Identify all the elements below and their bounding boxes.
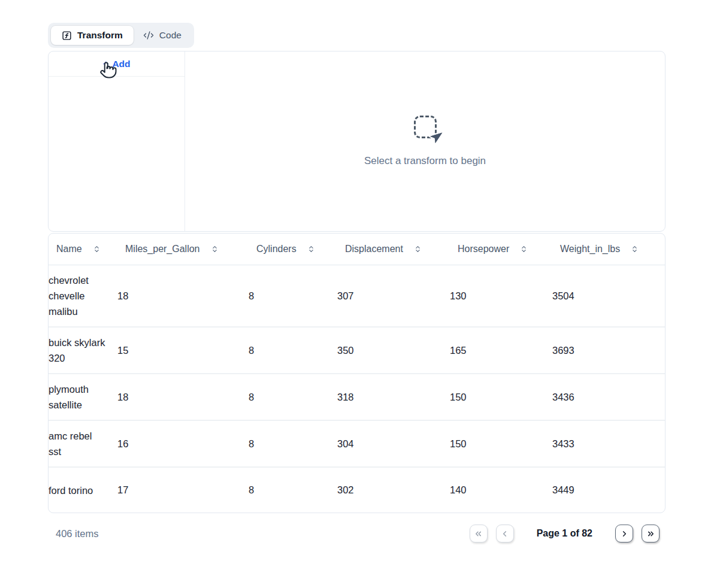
cell-weight-in-lbs: 3449 [552,484,665,496]
main-content: Transform Code + Add [48,23,666,545]
table-footer: 406 items Page 1 of 82 [48,522,666,545]
table-row[interactable]: chevrolet chevelle malibu 18 8 307 130 3… [49,265,665,328]
table-header-row: Name Miles_per_Gallon Cylinders Displace… [49,234,665,265]
cell-miles-per-gallon: 17 [117,484,249,496]
tab-transform[interactable]: Transform [51,26,134,45]
function-square-icon [62,31,72,41]
cell-name: buick skylark 320 [49,335,117,366]
table-row[interactable]: plymouth satellite 18 8 318 150 3436 [49,374,665,421]
cell-miles-per-gallon: 18 [117,290,249,302]
cell-horsepower: 150 [450,438,552,450]
cell-displacement: 307 [337,290,450,302]
cell-horsepower: 140 [450,484,552,496]
cell-cylinders: 8 [249,392,337,403]
table-row[interactable]: amc rebel sst 16 8 304 150 3433 [49,421,665,468]
cell-displacement: 318 [337,392,450,403]
cell-displacement: 304 [337,438,450,450]
cell-name: ford torino [49,483,117,498]
chevron-right-icon [620,529,629,538]
column-header-cylinders[interactable]: Cylinders [256,244,345,254]
first-page-button[interactable] [470,525,488,542]
column-label: Cylinders [256,244,297,254]
cell-weight-in-lbs: 3436 [552,392,665,403]
pagination: Page 1 of 82 [470,525,660,542]
column-header-weight-in-lbs[interactable]: Weight_in_lbs [560,244,665,254]
column-label: Name [56,244,82,254]
column-label: Weight_in_lbs [560,244,620,254]
chevrons-up-down-icon [631,245,639,253]
items-count: 406 items [56,528,99,539]
table-row[interactable]: buick skylark 320 15 8 350 165 3693 [49,328,665,374]
previous-page-button[interactable] [496,525,514,542]
column-label: Miles_per_Gallon [125,244,200,254]
add-transform-label: Add [112,59,130,69]
chevrons-up-down-icon [520,245,528,253]
column-header-horsepower[interactable]: Horsepower [458,244,560,254]
cell-miles-per-gallon: 18 [117,392,249,403]
cell-weight-in-lbs: 3433 [552,438,665,450]
cell-cylinders: 8 [249,438,337,450]
last-page-button[interactable] [642,525,660,542]
chevron-left-icon [500,529,509,538]
cell-name: chevrolet chevelle malibu [49,272,117,319]
chevrons-up-down-icon [93,245,101,253]
table-row[interactable]: ford torino 17 8 302 140 3449 [49,468,665,513]
transform-editor-pane: Select a transform to begin [185,51,665,231]
column-header-displacement[interactable]: Displacement [345,244,458,254]
tab-code-label: Code [159,30,182,41]
empty-state-text: Select a transform to begin [364,155,486,167]
column-label: Displacement [345,244,403,254]
cell-weight-in-lbs: 3693 [552,345,665,356]
plus-icon: + [102,59,108,69]
chevrons-up-down-icon [414,245,422,253]
cell-displacement: 350 [337,345,450,356]
dashed-box-mouse-pointer-icon [414,116,437,138]
tab-transform-label: Transform [77,30,123,41]
cell-name: amc rebel sst [49,428,117,459]
add-transform-button[interactable]: + Add [102,59,130,69]
transform-list-pane: + Add [49,51,185,231]
column-header-miles-per-gallon[interactable]: Miles_per_Gallon [125,244,256,254]
next-page-button[interactable] [615,525,633,542]
cell-cylinders: 8 [249,345,337,356]
cell-miles-per-gallon: 16 [117,438,249,450]
chevrons-up-down-icon [307,245,315,253]
mouse-pointer-arrow-icon [427,129,443,146]
cell-displacement: 302 [337,484,450,496]
chevrons-left-icon [474,529,483,538]
chevrons-up-down-icon [211,245,219,253]
cell-miles-per-gallon: 15 [117,345,249,356]
cell-cylinders: 8 [249,290,337,302]
cell-cylinders: 8 [249,484,337,496]
cell-horsepower: 165 [450,345,552,356]
view-tabbar: Transform Code [48,23,194,48]
add-row: + Add [49,51,184,77]
code-icon [143,30,154,41]
column-header-name[interactable]: Name [56,244,125,254]
cell-horsepower: 150 [450,392,552,403]
cell-name: plymouth satellite [49,381,117,413]
cell-weight-in-lbs: 3504 [552,290,665,302]
data-table: Name Miles_per_Gallon Cylinders Displace… [48,233,666,513]
chevrons-right-icon [646,529,655,538]
tab-code[interactable]: Code [134,26,191,45]
column-label: Horsepower [458,244,509,254]
cell-horsepower: 130 [450,290,552,302]
transform-panel: + Add Select a transform to begin [48,51,666,232]
page-indicator: Page 1 of 82 [537,528,592,539]
